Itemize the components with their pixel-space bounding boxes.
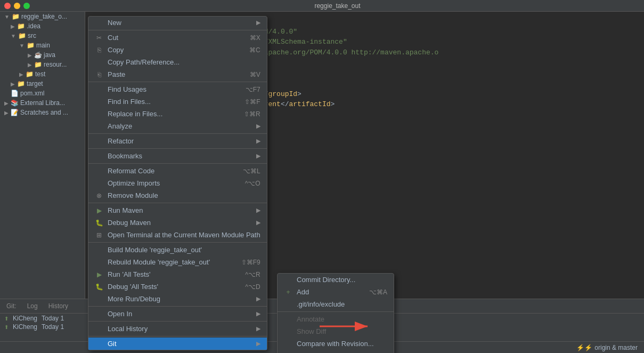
menu-item-local-history[interactable]: Local History ▶ xyxy=(88,323,267,335)
sidebar-item-project[interactable]: ▼ 📁 reggie_take_o... xyxy=(0,12,85,21)
sidebar-item-target[interactable]: ▶ 📁 target xyxy=(0,79,85,89)
tab-log[interactable]: Log xyxy=(25,301,40,311)
menu-item-copy[interactable]: ⎘ Copy ⌘C xyxy=(88,44,267,56)
menu-label-run-tests: Run 'All Tests' xyxy=(108,270,151,278)
separator xyxy=(88,321,267,322)
sidebar-item-test[interactable]: ▶ 📁 test xyxy=(0,69,85,79)
expand-arrow: ▶ xyxy=(4,110,9,116)
sidebar-item-main[interactable]: ▼ 📁 main xyxy=(0,41,85,50)
menu-item-find-files[interactable]: Find in Files... ⇧⌘F xyxy=(88,95,267,108)
menu-label-find-files: Find in Files... xyxy=(108,98,151,106)
separator xyxy=(88,203,267,203)
log-time-1: Today 1 xyxy=(42,315,64,322)
sidebar-item-resources[interactable]: ▶ 📁 resour... xyxy=(0,60,85,69)
copy-shortcut: ⌘C xyxy=(249,46,260,54)
menu-item-git[interactable]: Git ▶ xyxy=(88,338,267,350)
separator xyxy=(88,133,267,134)
menu-label-open-in: Open In xyxy=(108,310,132,318)
submenu-add[interactable]: + Add ⌥⌘A xyxy=(278,286,394,298)
git-branch-icon: ⚡⚡ xyxy=(576,344,592,351)
run-maven-icon: ▶ xyxy=(95,207,103,214)
sidebar-item-idea[interactable]: ▶ 📁 .idea xyxy=(0,21,85,31)
folder-icon: 📁 xyxy=(18,32,26,39)
menu-item-find-usages[interactable]: Find Usages ⌥F7 xyxy=(88,83,267,95)
close-button[interactable] xyxy=(4,3,11,9)
folder-icon: 📁 xyxy=(17,22,25,30)
xml-icon: 📄 xyxy=(11,90,18,97)
menu-item-new[interactable]: New ▶ xyxy=(88,17,267,29)
separator xyxy=(88,30,267,30)
submenu-label-add: Add xyxy=(297,288,309,296)
sidebar-item-src[interactable]: ▼ 📁 src xyxy=(0,31,85,41)
menu-item-open-in[interactable]: Open In ▶ xyxy=(88,308,267,320)
tab-history[interactable]: History xyxy=(46,301,70,311)
project-label: reggie_take_o... xyxy=(21,13,67,20)
reformat-shortcut: ⌥⌘L xyxy=(243,167,260,175)
optimize-shortcut: ^⌥O xyxy=(245,180,260,187)
paste-icon: ⎗ xyxy=(95,71,103,78)
commit-icon-1: ⬆ xyxy=(4,316,9,322)
menu-item-build-module[interactable]: Build Module 'reggie_take_out' xyxy=(88,244,267,256)
scratch-icon: 📝 xyxy=(11,109,18,116)
remove-module-icon: ⊗ xyxy=(95,192,103,199)
menu-item-open-terminal[interactable]: ⊞ Open Terminal at the Current Maven Mod… xyxy=(88,229,267,241)
title-bar: reggie_take_out xyxy=(0,0,644,12)
external-libs-label: External Libra... xyxy=(20,99,65,107)
folder-icon: 📁 xyxy=(27,42,34,49)
arrow-icon: ▶ xyxy=(256,153,260,159)
menu-item-run-maven[interactable]: ▶ Run Maven ▶ xyxy=(88,204,267,216)
menu-item-debug-maven[interactable]: 🐛 Debug Maven ▶ xyxy=(88,216,267,229)
menu-item-debug-tests[interactable]: 🐛 Debug 'All Tests' ^⌥D xyxy=(88,280,267,293)
menu-item-optimize[interactable]: Optimize Imports ^⌥O xyxy=(88,177,267,189)
menu-item-copy-path[interactable]: Copy Path/Reference... xyxy=(88,56,267,68)
ext-lib-icon: 📚 xyxy=(11,99,18,107)
menu-item-remove-module[interactable]: ⊗ Remove Module xyxy=(88,189,267,202)
sidebar-item-external-libs[interactable]: ▶ 📚 External Libra... xyxy=(0,98,85,108)
submenu-compare-branch[interactable]: Compare with Branch... xyxy=(278,350,394,353)
sidebar-item-java[interactable]: ▶ ☕ java xyxy=(0,50,85,60)
folder-icon: 📁 xyxy=(26,70,33,78)
menu-label-debug-tests: Debug 'All Tests' xyxy=(108,283,158,291)
menu-item-more-run[interactable]: More Run/Debug ▶ xyxy=(88,293,267,305)
submenu-compare-revision[interactable]: Compare with Revision... xyxy=(278,338,394,350)
submenu-label-show-diff: Show Diff xyxy=(297,327,326,335)
submenu-gitinfo-exclude[interactable]: .git/info/exclude xyxy=(278,298,394,310)
title-text: reggie_take_out xyxy=(35,2,640,10)
arrow-icon: ▶ xyxy=(256,219,260,226)
menu-item-replace[interactable]: Replace in Files... ⇧⌘R xyxy=(88,108,267,120)
menu-label-rebuild: Rebuild Module 'reggie_take_out' xyxy=(108,258,210,266)
menu-label-remove-module: Remove Module xyxy=(108,191,158,199)
submenu-commit-dir[interactable]: Commit Directory... xyxy=(278,274,394,286)
rebuild-shortcut: ⇧⌘F9 xyxy=(241,259,260,266)
menu-item-rebuild-module[interactable]: Rebuild Module 'reggie_take_out' ⇧⌘F9 xyxy=(88,256,267,268)
menu-label-new: New xyxy=(108,19,121,27)
arrow-icon: ▶ xyxy=(256,123,260,130)
menu-item-run-tests[interactable]: ▶ Run 'All Tests' ^⌥R xyxy=(88,268,267,280)
menu-item-refactor[interactable]: Refactor ▶ xyxy=(88,135,267,147)
maximize-button[interactable] xyxy=(23,3,30,9)
submenu-show-diff: Show Diff xyxy=(278,325,394,338)
submenu-label-commit-dir: Commit Directory... xyxy=(297,276,355,284)
expand-arrow: ▶ xyxy=(28,62,32,68)
tab-git[interactable]: Git: xyxy=(4,301,19,311)
menu-item-bookmarks[interactable]: Bookmarks ▶ xyxy=(88,150,267,162)
expand-arrow: ▼ xyxy=(4,14,10,20)
menu-label-analyze: Analyze xyxy=(108,122,132,130)
separator xyxy=(88,242,267,243)
separator xyxy=(278,311,394,312)
sidebar-item-pomxml[interactable]: 📄 pom.xml xyxy=(0,89,85,98)
expand-arrow: ▶ xyxy=(28,52,32,58)
separator xyxy=(88,163,267,164)
menu-label-debug-maven: Debug Maven xyxy=(108,219,151,227)
arrow-icon: ▶ xyxy=(256,138,260,145)
menu-item-analyze[interactable]: Analyze ▶ xyxy=(88,120,267,132)
sidebar-item-scratches[interactable]: ▶ 📝 Scratches and ... xyxy=(0,108,85,117)
menu-label-copy: Copy xyxy=(108,46,124,54)
menu-item-reformat[interactable]: Reformat Code ⌥⌘L xyxy=(88,165,267,177)
java-icon: ☕ xyxy=(34,51,42,59)
menu-item-cut[interactable]: ✂ Cut ⌘X xyxy=(88,31,267,44)
test-label: test xyxy=(35,70,45,78)
minimize-button[interactable] xyxy=(14,3,20,9)
menu-item-paste[interactable]: ⎗ Paste ⌘V xyxy=(88,68,267,81)
separator xyxy=(88,82,267,82)
